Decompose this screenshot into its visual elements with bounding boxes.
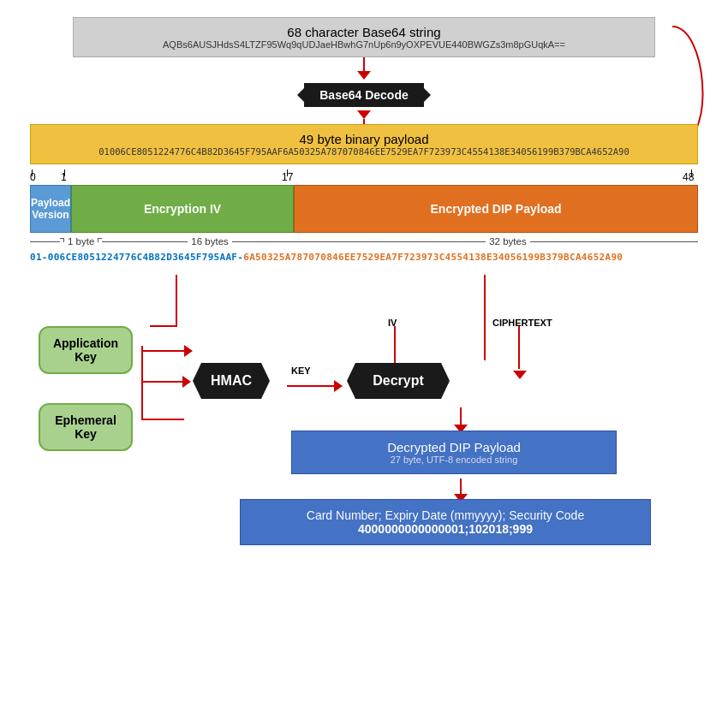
base64-decode-box: Base64 Decode bbox=[304, 83, 424, 107]
hex-orange: 6A50325A787070846EE7529EA7F723973C455413… bbox=[243, 252, 623, 263]
marker-0: 0 bbox=[30, 171, 36, 183]
app-to-hmac-arrow bbox=[141, 345, 193, 357]
hex-row: 01-006CE8051224776C4B82D3645F795AAF-6A50… bbox=[30, 252, 698, 263]
hmac-to-decrypt-arrow bbox=[287, 380, 343, 392]
eph-to-hmac-arrow bbox=[141, 419, 184, 420]
base64-title: 68 character Base64 string bbox=[82, 25, 646, 39]
cipher-to-decrypt-v bbox=[518, 326, 520, 369]
keys-to-hmac-arrow bbox=[182, 376, 191, 391]
key-label-tag: KEY bbox=[291, 365, 311, 376]
decrypted-payload-box: Decrypted DIP Payload 27 byte, UTF-8 enc… bbox=[291, 431, 617, 474]
binary-value: 01006CE8051224776C4B82D3645F795AAF6A5032… bbox=[39, 146, 689, 157]
binary-title: 49 byte binary payload bbox=[39, 132, 689, 146]
hex-blue: 01-006CE8051224776C4B82D3645F795AAF- bbox=[30, 252, 243, 263]
iv-line-v bbox=[176, 275, 177, 326]
segment-iv-label: Encryption IV bbox=[144, 202, 221, 216]
ephemeral-key-label: EphemeralKey bbox=[39, 403, 133, 451]
card-data-title: Card Number; Expiry Date (mmyyyy); Secur… bbox=[249, 508, 641, 522]
decrypt-label: Decrypt bbox=[347, 363, 450, 399]
iv-line-h bbox=[150, 325, 177, 327]
keys-to-hmac-h bbox=[141, 381, 184, 383]
diagram: 68 character Base64 string AQBs6AUSJHdsS… bbox=[0, 0, 728, 566]
cipher-arrow-into-decrypt bbox=[513, 367, 527, 383]
segment-payload-label: Encrypted DIP Payload bbox=[431, 202, 562, 216]
decrypted-title: Decrypted DIP Payload bbox=[301, 440, 607, 454]
byte-label-32: 32 bytes bbox=[486, 236, 529, 247]
card-data-value: 4000000000000001;102018;999 bbox=[249, 522, 641, 536]
byte-labels-row: 1 byte 16 bytes 32 bytes bbox=[30, 235, 698, 248]
byte-label-16: 16 bytes bbox=[188, 236, 231, 247]
decrypted-subtitle: 27 byte, UTF-8 encoded string bbox=[301, 454, 607, 465]
card-data-container: Card Number; Expiry Date (mmyyyy); Secur… bbox=[240, 499, 651, 545]
base64-value: AQBs6AUSJHdsS4LTZF95Wq9qUDJaeHBwhG7nUp6n… bbox=[82, 39, 646, 50]
hmac-box-container: HMAC bbox=[193, 363, 270, 399]
hmac-label: HMAC bbox=[193, 363, 270, 399]
byte-label-1: 1 byte bbox=[64, 236, 98, 247]
app-key-label: ApplicationKey bbox=[39, 326, 133, 374]
arrow-down-2 bbox=[357, 110, 371, 119]
decode-label: Base64 Decode bbox=[319, 88, 409, 102]
segment-payload: Encrypted DIP Payload bbox=[294, 185, 698, 233]
marker-48: 48 bbox=[683, 171, 694, 183]
base64-input-box: 68 character Base64 string AQBs6AUSJHdsS… bbox=[73, 17, 655, 57]
segment-version: PayloadVersion bbox=[30, 185, 71, 233]
cipher-line-v bbox=[484, 275, 486, 360]
ephemeral-key-box: EphemeralKey bbox=[39, 403, 133, 451]
lower-diagram: ApplicationKey EphemeralKey HMAC KEY bbox=[30, 275, 698, 557]
keys-join-line bbox=[141, 346, 143, 420]
decrypt-box-container: Decrypt bbox=[347, 363, 450, 399]
arrow-line-1 bbox=[363, 57, 365, 71]
decrypted-payload-container: Decrypted DIP Payload 27 byte, UTF-8 enc… bbox=[291, 431, 617, 474]
segments-row: PayloadVersion Encryption IV Encrypted D… bbox=[30, 185, 698, 233]
arrow-down-1 bbox=[357, 71, 371, 80]
application-key-box: ApplicationKey bbox=[39, 326, 133, 374]
ciphertext-label-tag: CIPHERTEXT bbox=[492, 318, 552, 328]
segment-version-label: PayloadVersion bbox=[31, 197, 70, 222]
segment-iv: Encryption IV bbox=[71, 185, 294, 233]
markers-row: 0 1 17 48 bbox=[30, 169, 698, 185]
decrypt-out-arrow bbox=[454, 407, 468, 433]
binary-payload-box: 49 byte binary payload 01006CE8051224776… bbox=[30, 124, 698, 164]
card-data-box: Card Number; Expiry Date (mmyyyy); Secur… bbox=[240, 499, 651, 545]
